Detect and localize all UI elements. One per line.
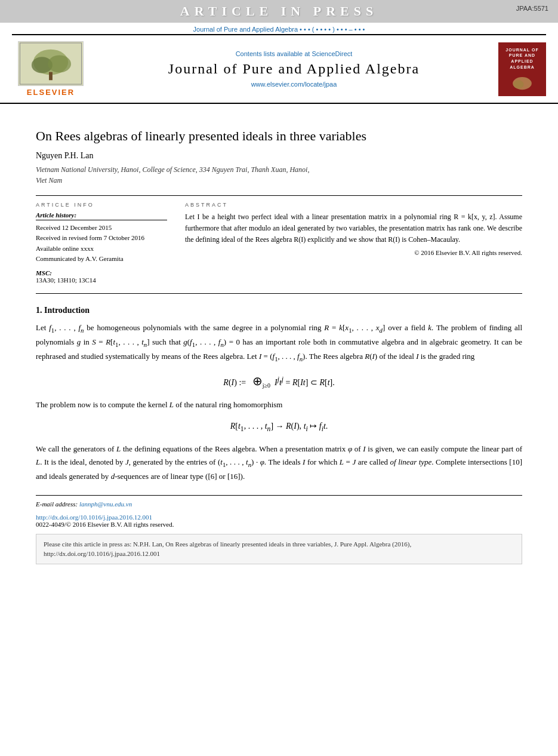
elsevier-logo: ELSEVIER (12, 41, 90, 97)
journal-header: ELSEVIER Contents lists available at Sci… (0, 35, 558, 104)
article-info: ARTICLE INFO Article history: Received 1… (36, 202, 167, 284)
affiliation: Vietnam National University, Hanoi, Coll… (36, 164, 522, 186)
msc-codes: 13A30; 13H10; 13C14 (36, 276, 167, 284)
doi-link[interactable]: http://dx.doi.org/10.1016/j.jpaa.2016.12… (36, 514, 522, 521)
sciencedirect-label: Contents lists available at ScienceDirec… (101, 50, 486, 57)
abstract-text: Let I be a height two perfect ideal with… (185, 211, 522, 246)
main-content: On Rees algebras of linearly presented i… (0, 104, 558, 576)
banner-text: ARTICLE IN PRESS (180, 4, 378, 19)
article-id: JPAA:5571 (516, 5, 548, 12)
divider-2 (36, 293, 522, 294)
doi-area: http://dx.doi.org/10.1016/j.jpaa.2016.12… (36, 514, 522, 528)
sciencedirect-link[interactable]: ScienceDirect (312, 50, 352, 57)
formula-ring-map: R[t1, . . . , tn] → R(I), ti ↦ fit. (36, 421, 522, 433)
paper-title: On Rees algebras of linearly presented i… (36, 128, 522, 145)
email-link[interactable]: lannph@vnu.edu.vn (79, 500, 132, 508)
elsevier-label: ELSEVIER (27, 88, 75, 97)
available-online: Available online xxxx (36, 244, 167, 254)
svg-point-3 (48, 55, 71, 72)
formula-rees-algebra: R(I) := ⊕j≥0 Ijtj = R[It] ⊂ R[t]. (36, 374, 522, 389)
msc-label: MSC: (36, 269, 167, 276)
revised-date: Received in revised form 7 October 2016 (36, 233, 167, 244)
logo-right-text: JOURNAL OFPURE ANDAPPLIED ALGEBRA (501, 47, 544, 70)
abstract-label: ABSTRACT (185, 202, 522, 208)
journal-subtitle: Journal of Pure and Applied Algebra • • … (0, 23, 558, 34)
info-abstract-section: ARTICLE INFO Article history: Received 1… (36, 202, 522, 284)
abstract-section: ABSTRACT Let I be a height two perfect i… (185, 202, 522, 284)
footnote-email-line: E-mail address: lannph@vnu.edu.vn (36, 500, 522, 508)
email-label: E-mail address: (36, 500, 78, 508)
author-name: Nguyen P.H. Lan (36, 151, 522, 161)
intro-para2: The problem now is to compute the kernel… (36, 398, 522, 411)
svg-rect-4 (49, 72, 53, 81)
received-date: Received 12 December 2015 (36, 223, 167, 233)
intro-heading: 1. Introduction (36, 306, 522, 315)
banner: ARTICLE IN PRESS JPAA:5571 (0, 0, 558, 23)
article-info-label: ARTICLE INFO (36, 202, 167, 208)
divider-1 (36, 195, 522, 196)
citation-box: Please cite this article in press as: N.… (36, 534, 522, 564)
journal-logo-right: JOURNAL OFPURE ANDAPPLIED ALGEBRA (498, 42, 546, 96)
intro-para1: Let f1, . . . , fn be homogeneous polyno… (36, 321, 522, 364)
svg-point-7 (513, 80, 524, 88)
journal-center: Contents lists available at ScienceDirec… (90, 50, 498, 88)
history-label: Article history: (36, 211, 167, 220)
rights-text: 0022-4049/© 2016 Elsevier B.V. All right… (36, 521, 522, 528)
abstract-copyright: © 2016 Elsevier B.V. All rights reserved… (185, 249, 522, 256)
elsevier-tree-image (18, 41, 84, 86)
footnote-area: E-mail address: lannph@vnu.edu.vn (36, 495, 522, 508)
communicated-by: Communicated by A.V. Geramita (36, 254, 167, 265)
journal-title: Journal of Pure and Applied Algebra (101, 61, 486, 77)
intro-para3: We call the generators of L the defining… (36, 442, 522, 483)
journal-url[interactable]: www.elsevier.com/locate/jpaa (101, 81, 486, 88)
